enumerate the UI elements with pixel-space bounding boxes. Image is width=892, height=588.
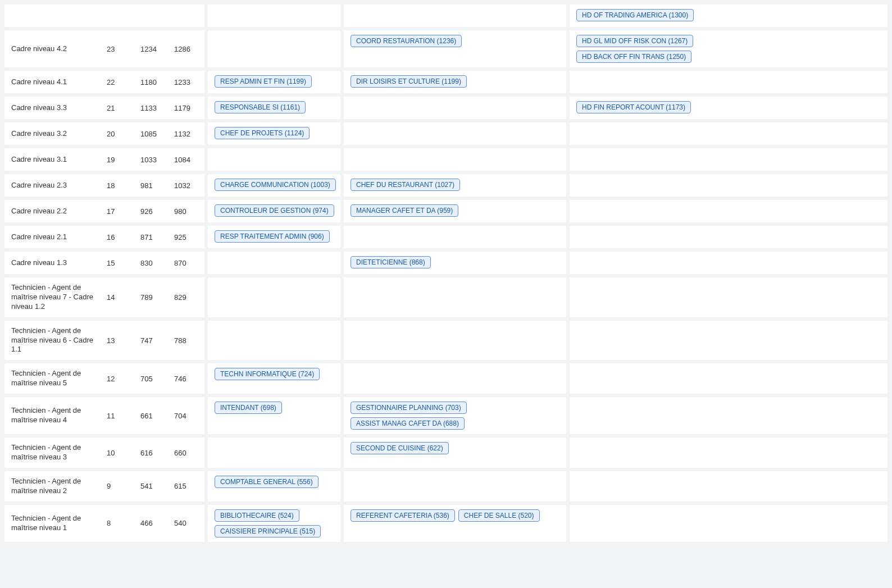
classification-grid: HD OF TRADING AMERICA (1300)Cadre niveau… [4,4,888,542]
job-tags-col-1 [208,148,337,171]
job-tag[interactable]: DIETETICIENNE (868) [351,256,431,268]
job-tags-col-3 [570,71,789,93]
range-min: 747 [134,321,167,361]
job-tag[interactable]: CAISSIERE PRINCIPALE (515) [215,525,321,537]
table-row: Technicien - Agent de maîtrise niveau 51… [4,363,888,394]
level-index: 20 [100,122,134,145]
level-index: 17 [100,200,134,222]
level-label: Technicien - Agent de maîtrise niveau 3 [4,437,100,468]
level-label: Cadre niveau 3.2 [4,122,100,145]
job-tags-col-1: CHARGE COMMUNICATION (1003) [208,174,337,197]
level-index [100,4,134,27]
level-label: Cadre niveau 2.2 [4,200,100,222]
job-tag[interactable]: ASSIST MANAG CAFET DA (688) [351,417,465,430]
level-label: Cadre niveau 4.1 [4,71,100,93]
range-max: 925 [167,226,201,248]
job-tags-col-1: CHEF DE PROJETS (1124) [208,122,337,145]
job-tag[interactable]: HD FIN REPORT ACOUNT (1173) [576,101,691,113]
range-max: 1032 [167,174,201,197]
job-tags-col-3 [570,437,789,468]
job-tag[interactable]: CHEF DE SALLE (520) [458,509,540,522]
range-max: 660 [167,437,201,468]
range-min: 661 [134,397,167,434]
job-tag[interactable]: REFERENT CAFETERIA (536) [351,509,455,522]
job-tag[interactable]: SECOND DE CUISINE (622) [351,442,449,454]
job-tag[interactable]: GESTIONNAIRE PLANNING (703) [351,402,467,414]
level-index: 16 [100,226,134,248]
job-tag[interactable]: CONTROLEUR DE GESTION (974) [215,204,334,217]
level-index: 21 [100,97,134,119]
job-tags-col-2 [344,363,563,394]
range-max: 870 [167,252,201,274]
job-tags-col-3 [570,226,789,248]
range-min: 1033 [134,148,167,171]
level-index: 15 [100,252,134,274]
job-tag[interactable]: TECHN INFORMATIQUE (724) [215,368,320,380]
range-min: 926 [134,200,167,222]
level-label: Cadre niveau 3.1 [4,148,100,171]
level-label: Cadre niveau 4.2 [4,30,100,67]
job-tags-col-1: CONTROLEUR DE GESTION (974) [208,200,337,222]
level-label: Technicien - Agent de maîtrise niveau 1 [4,505,100,542]
job-tags-col-1 [208,30,337,67]
job-tag[interactable]: MANAGER CAFET ET DA (959) [351,204,458,217]
job-tags-col-1 [208,437,337,468]
level-label: Cadre niveau 2.1 [4,226,100,248]
job-tag[interactable]: BIBLIOTHECAIRE (524) [215,509,299,522]
job-tags-col-1: RESP ADMIN ET FIN (1199) [208,71,337,93]
range-min: 466 [134,505,167,542]
job-tags-col-2 [344,277,563,317]
level-label: Cadre niveau 3.3 [4,97,100,119]
job-tag[interactable]: CHARGE COMMUNICATION (1003) [215,179,336,191]
table-row: Cadre niveau 3.11910331084 [4,148,888,171]
range-min: 789 [134,277,167,317]
level-label: Technicien - Agent de maîtrise niveau 7 … [4,277,100,317]
range-min: 981 [134,174,167,197]
range-min: 1133 [134,97,167,119]
job-tags-col-3: HD GL MID OFF RISK CON (1267)HD BACK OFF… [570,30,789,67]
level-label [4,4,100,27]
range-max: 829 [167,277,201,317]
level-index: 13 [100,321,134,361]
level-label: Cadre niveau 2.3 [4,174,100,197]
range-max: 1132 [167,122,201,145]
job-tag[interactable]: CHEF DU RESTAURANT (1027) [351,179,460,191]
job-tag[interactable]: RESP ADMIN ET FIN (1199) [215,75,312,88]
job-tags-col-1 [208,252,337,274]
job-tag[interactable]: DIR LOISIRS ET CULTURE (1199) [351,75,467,88]
table-row: Cadre niveau 4.22312341286COORD RESTAURA… [4,30,888,67]
job-tag[interactable]: HD BACK OFF FIN TRANS (1250) [576,51,691,63]
level-label: Cadre niveau 1.3 [4,252,100,274]
job-tag[interactable]: INTENDANT (698) [215,402,282,414]
job-tags-col-2: DIETETICIENNE (868) [344,252,563,274]
job-tag[interactable]: CHEF DE PROJETS (1124) [215,127,310,139]
job-tags-col-1: BIBLIOTHECAIRE (524)CAISSIERE PRINCIPALE… [208,505,337,542]
job-tag[interactable]: COMPTABLE GENERAL (556) [215,476,318,488]
job-tags-col-1 [208,321,337,361]
range-min [134,4,167,27]
range-max [167,4,201,27]
level-index: 10 [100,437,134,468]
table-row: Technicien - Agent de maîtrise niveau 29… [4,471,888,502]
range-max: 1233 [167,71,201,93]
range-max: 1179 [167,97,201,119]
job-tag[interactable]: HD GL MID OFF RISK CON (1267) [576,35,693,47]
job-tag[interactable]: RESPONSABLE SI (1161) [215,101,306,113]
job-tag[interactable]: RESP TRAITEMENT ADMIN (906) [215,230,330,243]
level-index: 19 [100,148,134,171]
job-tag[interactable]: HD OF TRADING AMERICA (1300) [576,9,694,21]
job-tags-col-2: GESTIONNAIRE PLANNING (703)ASSIST MANAG … [344,397,563,434]
job-tags-col-2: SECOND DE CUISINE (622) [344,437,563,468]
table-row: HD OF TRADING AMERICA (1300) [4,4,888,27]
job-tag[interactable]: COORD RESTAURATION (1236) [351,35,462,47]
table-row: Cadre niveau 2.217926980CONTROLEUR DE GE… [4,200,888,222]
level-index: 12 [100,363,134,394]
table-row: Cadre niveau 3.32111331179RESPONSABLE SI… [4,97,888,119]
level-index: 8 [100,505,134,542]
level-index: 23 [100,30,134,67]
job-tags-col-3 [570,148,789,171]
level-index: 18 [100,174,134,197]
job-tags-col-1 [208,4,337,27]
job-tags-col-1: COMPTABLE GENERAL (556) [208,471,337,502]
job-tags-col-2: REFERENT CAFETERIA (536)CHEF DE SALLE (5… [344,505,563,542]
